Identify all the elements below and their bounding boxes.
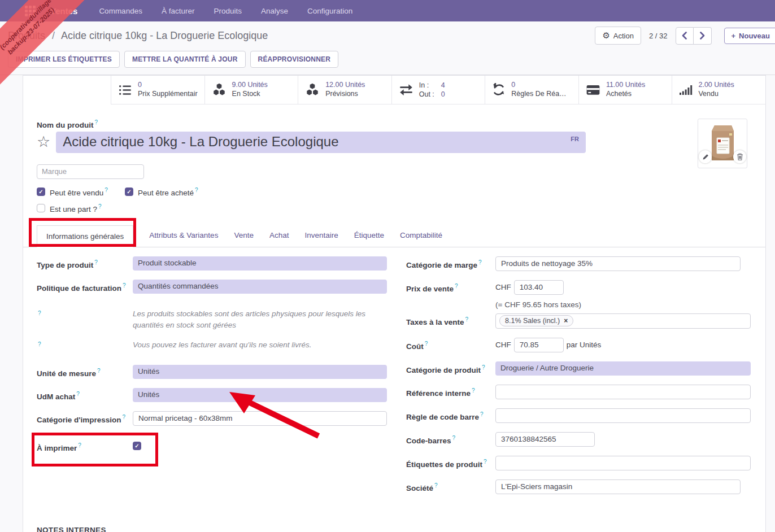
sales-taxes-label: Taxes à la vente? xyxy=(406,313,495,329)
brand-input[interactable]: Marque xyxy=(37,164,144,179)
product-tags-input[interactable] xyxy=(495,456,751,470)
print-category-label: Catégorie d'impression? xyxy=(37,411,133,426)
edit-image-button[interactable] xyxy=(699,150,712,163)
invoicing-policy-label: Politique de facturation? xyxy=(37,280,133,294)
stat-purchased[interactable]: 11.00 UnitésAchetés xyxy=(578,76,672,104)
tab-attributs-variantes[interactable]: Attributs & Variantes xyxy=(149,231,218,239)
internal-reference-input[interactable] xyxy=(495,385,751,399)
company-input[interactable]: L'Epi-Sciers magasin xyxy=(495,479,741,494)
invoicing-policy-help-text: Vous pouvez les facturer avant qu'ils ne… xyxy=(133,338,387,351)
signal-bars-icon xyxy=(679,84,693,96)
nav-item-analyse[interactable]: Analyse xyxy=(261,7,288,15)
breadcrumb-parent[interactable]: Produits xyxy=(8,30,45,41)
stat-on-hand[interactable]: 9.00 UnitésEn Stock xyxy=(204,76,298,104)
nav-item-a-facturer[interactable]: À facturer xyxy=(162,7,195,15)
pager-previous-button[interactable] xyxy=(676,27,694,45)
currency-label: CHF xyxy=(495,283,511,291)
checkbox-checked-icon[interactable]: ✓ xyxy=(125,187,133,196)
stat-moves-in-out[interactable]: In :4 Out :0 xyxy=(391,76,485,104)
cost-input[interactable]: 70.85 xyxy=(514,338,564,352)
stat-sold[interactable]: 2.00 UnitésVendu xyxy=(672,76,765,104)
help-mark: ? xyxy=(195,187,198,193)
can-be-purchased-checkbox[interactable]: ✓ Peut être acheté? xyxy=(125,187,198,197)
chevron-left-icon xyxy=(682,32,687,40)
help-mark: ? xyxy=(94,119,98,125)
pager-count: 2 / 32 xyxy=(649,32,668,40)
translate-badge[interactable]: FR xyxy=(571,134,579,142)
tab-achat[interactable]: Achat xyxy=(269,231,289,239)
apps-menu-icon[interactable] xyxy=(25,6,36,16)
product-type-label: Type de produit? xyxy=(37,256,133,271)
tax-tag[interactable]: 8.1% Sales (incl.) × xyxy=(499,315,573,326)
credit-card-icon xyxy=(586,84,600,96)
price-excl-tax-note: (= CHF 95.65 hors taxes) xyxy=(495,300,751,309)
checkbox-unchecked-icon[interactable] xyxy=(37,204,45,212)
notebook-tabs: Informations générales Attributs & Varia… xyxy=(23,224,765,247)
print-category-input[interactable]: Normal pricetag - 60x38mm xyxy=(133,411,387,426)
chevron-right-icon xyxy=(700,32,705,40)
purchase-uom-select[interactable]: Unités xyxy=(133,388,387,402)
remove-tag-icon[interactable]: × xyxy=(564,317,568,325)
nav-item-commandes[interactable]: Commandes xyxy=(99,7,142,15)
tab-comptabilite[interactable]: Comptabilité xyxy=(400,231,442,239)
stat-button-row: 0Prix Supplémentair 9.00 UnitésEn Stock … xyxy=(111,76,765,104)
new-button[interactable]: + Nouveau xyxy=(724,28,775,44)
stat-extra-prices[interactable]: 0Prix Supplémentair xyxy=(111,76,204,104)
app-name[interactable]: Ventes xyxy=(50,6,77,16)
product-category-select[interactable]: Droguerie / Autre Droguerie xyxy=(495,361,751,376)
tab-etiquette[interactable]: Étiquette xyxy=(354,231,384,239)
checkbox-checked-icon[interactable]: ✓ xyxy=(37,187,45,196)
margin-category-input[interactable]: Produits de nettoyage 35% xyxy=(495,256,741,271)
list-icon xyxy=(118,83,132,97)
product-type-help-text: Les produits stockables sont des article… xyxy=(133,307,387,332)
to-print-checkbox[interactable]: ✓ xyxy=(133,442,141,450)
general-tab-right-column: Catégorie de marge? Produits de nettoyag… xyxy=(406,256,751,503)
product-tags-label: Étiquettes de produit? xyxy=(406,456,495,470)
general-tab-left-column: Type de produit? Produit stockable Polit… xyxy=(37,256,387,503)
tab-informations-generales[interactable]: Informations générales xyxy=(37,225,133,247)
product-type-select[interactable]: Produit stockable xyxy=(133,256,387,271)
exchange-arrows-icon xyxy=(399,84,413,96)
sales-price-input[interactable]: 103.40 xyxy=(514,280,564,295)
uom-select[interactable]: Unités xyxy=(133,365,387,379)
top-navbar: Ventes Commandes À facturer Produits Ana… xyxy=(0,0,775,21)
nav-item-produits[interactable]: Produits xyxy=(214,7,242,15)
purchase-uom-label: UdM achat? xyxy=(37,388,133,402)
barcode-label: Code-barres? xyxy=(406,432,495,447)
breadcrumb-separator: / xyxy=(52,30,55,41)
stat-forecasted[interactable]: 12.00 UnitésPrévisions xyxy=(298,76,391,104)
favorite-star-icon[interactable]: ☆ xyxy=(37,134,50,150)
print-labels-button[interactable]: IMPRIMER LES ÉTIQUETTES xyxy=(8,51,120,68)
stat-reordering-rules[interactable]: 0Règles De Réa… xyxy=(485,76,578,104)
pencil-icon xyxy=(702,154,709,160)
update-quantity-button[interactable]: METTRE LA QUANTITÉ À JOUR xyxy=(124,51,246,68)
barcode-rule-input[interactable] xyxy=(495,408,751,423)
delete-image-button[interactable] xyxy=(733,150,746,163)
cost-label: Coût? xyxy=(406,338,495,352)
internal-notes-title: NOTES INTERNES xyxy=(37,526,751,532)
product-name-label: Nom du produit? xyxy=(37,119,751,129)
replenish-button[interactable]: RÉAPPROVISIONNER xyxy=(250,51,339,68)
internal-reference-label: Référence interne? xyxy=(406,385,495,399)
product-name-input[interactable]: Acide citrique 10kg - La Droguerie Ecolo… xyxy=(56,132,586,153)
sales-taxes-input[interactable]: 8.1% Sales (incl.) × xyxy=(495,313,751,329)
gear-icon: ⚙ xyxy=(602,30,609,41)
can-be-sold-checkbox[interactable]: ✓ Peut être vendu? xyxy=(37,187,108,197)
form-action-buttons: IMPRIMER LES ÉTIQUETTES METTRE LA QUANTI… xyxy=(0,50,775,75)
sales-price-label: Prix de vente? xyxy=(406,280,495,309)
action-button[interactable]: ⚙ Action xyxy=(595,27,641,45)
is-a-part-checkbox[interactable]: Est une part ?? xyxy=(37,203,102,213)
tab-inventaire[interactable]: Inventaire xyxy=(304,231,338,239)
tab-vente[interactable]: Vente xyxy=(234,231,254,239)
pager-next-button[interactable] xyxy=(694,27,712,45)
cost-uom-suffix: par Unités xyxy=(567,341,602,349)
trash-icon xyxy=(737,153,743,160)
nav-item-configuration[interactable]: Configuration xyxy=(307,7,352,15)
product-image[interactable] xyxy=(698,119,747,168)
cubes-icon xyxy=(212,82,227,97)
internal-notes-section: NOTES INTERNES Cette note est pour usage… xyxy=(23,503,765,532)
uom-label: Unité de mesure? xyxy=(37,365,133,379)
barcode-input[interactable]: 3760138842565 xyxy=(495,432,595,447)
invoicing-policy-select[interactable]: Quantités commandées xyxy=(133,280,387,294)
help-mark: ? xyxy=(105,187,108,193)
